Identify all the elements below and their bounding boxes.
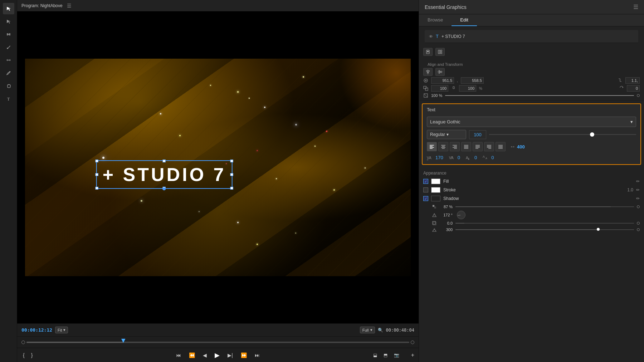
btn-step-forward[interactable]: ⏩ — [239, 351, 248, 359]
appearance-title: Appearance — [423, 171, 640, 176]
btn-insert[interactable]: ⬓ — [372, 351, 379, 359]
stroke-label: Stroke — [443, 187, 624, 192]
btn-step-prev[interactable]: ◀ — [201, 351, 208, 359]
layer-item[interactable]: 👁 T + STUDIO 7 — [425, 30, 638, 43]
font-dropdown-arrow: ▾ — [630, 119, 633, 124]
tool-slip[interactable] — [3, 54, 14, 66]
handle-top-middle — [163, 160, 166, 162]
rotation-input[interactable] — [627, 85, 640, 92]
playback-controls: { } ⏮ ⏪ ◀ ▶ ▶| ⏩ ⏭ ⬓ ⬒ 📷 — [17, 348, 419, 362]
align-right-btn[interactable] — [450, 142, 460, 151]
btn-mark-out[interactable]: } — [30, 351, 34, 359]
full-selector[interactable]: Full ▾ — [360, 327, 375, 333]
font-size-input[interactable] — [469, 130, 486, 139]
tab-browse[interactable]: Browse — [419, 14, 452, 26]
scale-w-input[interactable] — [431, 85, 448, 92]
btn-overwrite[interactable]: ⬒ — [382, 351, 389, 359]
layer-visibility[interactable]: 👁 — [429, 34, 433, 39]
fit-selector[interactable]: Fit ▾ — [55, 327, 68, 333]
tsn-value: 170 — [435, 155, 443, 160]
btn-go-to-in[interactable]: ⏮ — [175, 351, 182, 359]
svg-line-22 — [426, 86, 428, 88]
kern-value: 0 — [458, 155, 460, 160]
scale-icon — [423, 86, 428, 91]
responsive-pin-btn[interactable] — [423, 48, 433, 56]
tool-ripple[interactable] — [3, 29, 14, 40]
font-size-slider[interactable] — [489, 134, 636, 135]
shadow-opacity-icon — [432, 204, 437, 209]
zoom-icon[interactable]: 🔍 — [378, 328, 383, 333]
position-icon — [423, 78, 428, 83]
stroke-checkbox[interactable] — [423, 187, 428, 192]
font-selector[interactable]: League Gothic ▾ — [427, 117, 636, 127]
svg-point-66 — [434, 229, 435, 230]
kern-item: VA 0 — [449, 154, 460, 161]
btn-add-control[interactable]: + — [411, 352, 414, 358]
shadow-opacity-row: 87 % — [423, 204, 640, 209]
shadow-opacity-value: 87 % — [440, 205, 453, 209]
shadow-size-value: 300 — [440, 228, 453, 232]
align-left-btn[interactable] — [427, 142, 437, 151]
style-size-row: Regular ▾ — [423, 128, 640, 141]
font-row: League Gothic ▾ — [423, 115, 640, 128]
btn-export-frame[interactable]: 📷 — [392, 351, 401, 359]
fill-checkbox[interactable]: ✓ — [423, 179, 428, 184]
btn-go-to-out[interactable]: ⏭ — [253, 351, 261, 359]
tracking-icon: ↔ — [510, 143, 516, 150]
tool-hand[interactable] — [3, 80, 14, 92]
tool-track-select[interactable] — [3, 16, 14, 27]
btn-mark-in[interactable]: { — [21, 351, 26, 359]
align-vertical-btn[interactable] — [435, 68, 445, 76]
svg-point-4 — [9, 71, 10, 72]
shadow-size-slider[interactable] — [455, 229, 634, 230]
justify-right-btn[interactable] — [484, 142, 494, 151]
position-x-input[interactable] — [431, 77, 454, 84]
stroke-color-swatch[interactable] — [431, 187, 440, 193]
align-horizontal-btn[interactable] — [423, 68, 433, 76]
handle-middle-left — [96, 173, 98, 176]
font-style-selector[interactable]: Regular ▾ — [427, 130, 466, 139]
angle-wheel[interactable] — [457, 211, 465, 219]
shadow-color-swatch[interactable] — [431, 196, 440, 201]
btn-play[interactable]: ▶ — [213, 350, 221, 361]
stroke-edit-icon[interactable]: ✏ — [636, 187, 640, 192]
justify-left-btn[interactable] — [473, 142, 483, 151]
btn-step-back[interactable]: ⏪ — [187, 351, 196, 359]
justify-all-btn[interactable] — [496, 142, 506, 151]
align-buttons-row — [423, 68, 640, 76]
video-text: + STUDIO 7 — [103, 164, 226, 185]
responsive-layout-btn[interactable] — [435, 48, 445, 56]
fill-edit-icon[interactable]: ✏ — [636, 179, 640, 184]
scale-h-input[interactable] — [459, 85, 476, 92]
monitor-menu-icon[interactable]: ☰ — [67, 3, 72, 9]
baseline-icon: A — [466, 154, 473, 161]
tool-pen[interactable] — [3, 67, 14, 79]
tool-text[interactable]: T — [3, 93, 14, 104]
shadow-edit-icon[interactable]: ✏ — [636, 196, 640, 201]
svg-rect-57 — [433, 205, 434, 207]
tab-edit[interactable]: Edit — [452, 14, 477, 26]
svg-rect-1 — [9, 33, 10, 35]
shadow-opacity-slider[interactable] — [455, 206, 634, 207]
panel-menu-icon[interactable]: ☰ — [633, 4, 638, 10]
text-overlay-box[interactable]: + STUDIO 7 — [96, 160, 233, 189]
opacity-end-dot — [637, 94, 640, 97]
svg-rect-63 — [433, 222, 436, 225]
tool-arrow[interactable] — [3, 3, 14, 14]
playback-row: { } ⏮ ⏪ ◀ ▶ ▶| ⏩ ⏭ ⬓ ⬒ 📷 — [17, 350, 419, 361]
opacity-slider[interactable] — [445, 95, 634, 96]
justify-btn[interactable] — [461, 142, 471, 151]
shadow-checkbox[interactable]: ✓ — [423, 196, 428, 201]
shadow-distance-slider[interactable] — [455, 223, 634, 224]
baseline-item: A 0 — [466, 154, 477, 161]
position-y-input[interactable] — [461, 77, 484, 84]
align-center-btn[interactable] — [438, 142, 448, 151]
timeline-track[interactable] — [26, 342, 409, 343]
scale-link-input[interactable] — [625, 77, 640, 84]
shadow-size-row: 300 — [423, 227, 640, 232]
tool-razor[interactable] — [3, 41, 14, 53]
rotation-icon — [619, 85, 624, 92]
fill-color-swatch[interactable] — [431, 178, 440, 184]
scale-link-icon — [618, 78, 623, 83]
btn-step-next[interactable]: ▶| — [226, 351, 234, 359]
